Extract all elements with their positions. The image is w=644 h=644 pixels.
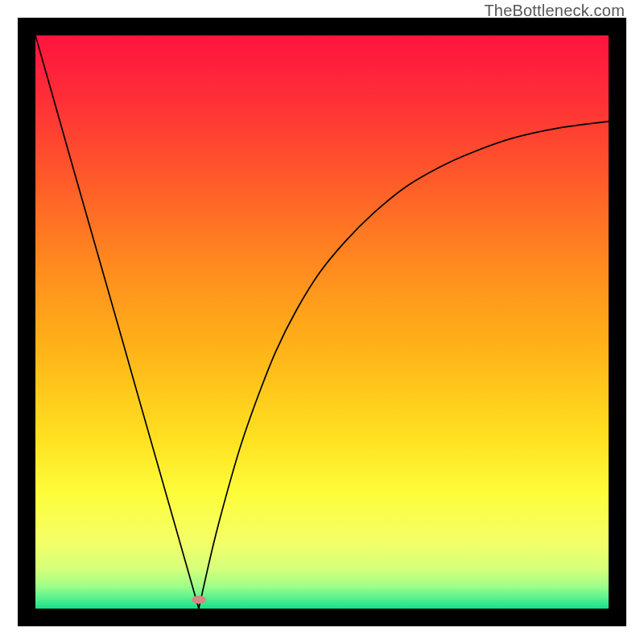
chart-border — [18, 18, 626, 626]
curve-line — [35, 35, 609, 609]
plot-area — [35, 35, 609, 609]
watermark-text: TheBottleneck.com — [484, 2, 625, 20]
min-point-marker — [192, 596, 206, 604]
